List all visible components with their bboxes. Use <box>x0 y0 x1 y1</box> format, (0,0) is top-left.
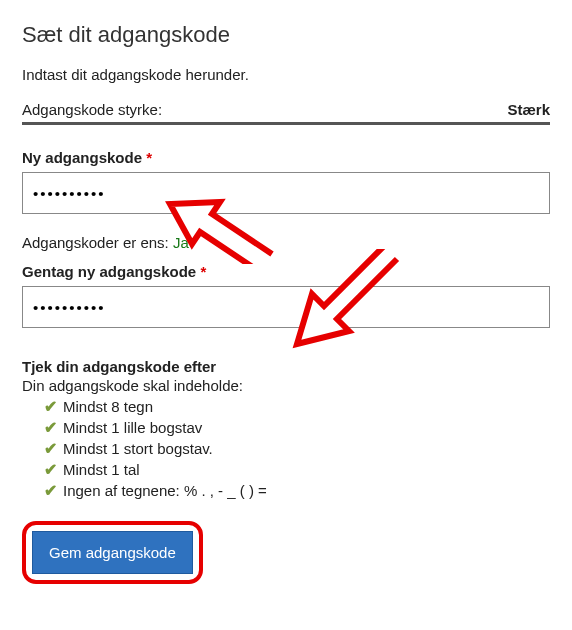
rule-item: ✔Ingen af tegnene: % . , - _ ( ) = <box>44 480 550 501</box>
match-value: Ja <box>173 234 189 251</box>
strength-label: Adgangskode styrke: <box>22 101 162 118</box>
check-icon: ✔ <box>44 439 57 458</box>
confirm-password-input[interactable] <box>22 286 550 328</box>
checklist-heading: Tjek din adgangskode efter <box>22 358 550 375</box>
new-password-input[interactable] <box>22 172 550 214</box>
check-icon: ✔ <box>44 397 57 416</box>
check-icon: ✔ <box>44 481 57 500</box>
password-match-row: Adgangskoder er ens: Ja <box>22 234 550 251</box>
rule-item: ✔Mindst 1 stort bogstav. <box>44 438 550 459</box>
rule-item: ✔Mindst 1 lille bogstav <box>44 417 550 438</box>
password-rules-list: ✔Mindst 8 tegn ✔Mindst 1 lille bogstav ✔… <box>22 396 550 501</box>
required-mark: * <box>200 263 206 280</box>
confirm-password-label: Gentag ny adgangskode * <box>22 263 550 280</box>
rule-item: ✔Mindst 8 tegn <box>44 396 550 417</box>
save-password-button[interactable]: Gem adgangskode <box>32 531 193 574</box>
checklist-subheading: Din adgangskode skal indeholde: <box>22 377 550 394</box>
new-password-label: Ny adgangskode * <box>22 149 550 166</box>
strength-value: Stærk <box>507 101 550 118</box>
page-title: Sæt dit adgangskode <box>22 22 550 48</box>
rule-item: ✔Mindst 1 tal <box>44 459 550 480</box>
submit-highlight-box: Gem adgangskode <box>22 521 203 584</box>
password-strength-row: Adgangskode styrke: Stærk <box>22 101 550 125</box>
intro-text: Indtast dit adgangskode herunder. <box>22 66 550 83</box>
check-icon: ✔ <box>44 460 57 479</box>
required-mark: * <box>146 149 152 166</box>
check-icon: ✔ <box>44 418 57 437</box>
match-label: Adgangskoder er ens: <box>22 234 169 251</box>
